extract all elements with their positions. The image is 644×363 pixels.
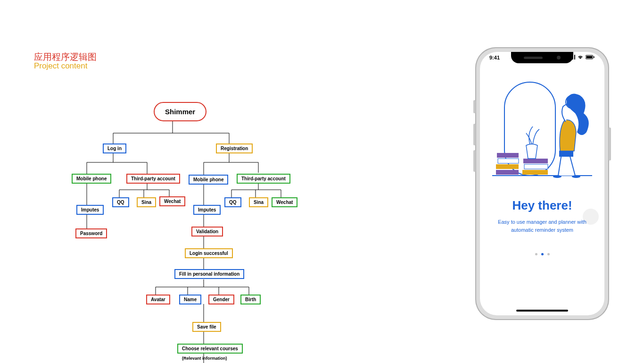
- svg-rect-47: [496, 164, 519, 169]
- node-avatar: Avatar: [146, 295, 170, 304]
- page-dot-1[interactable]: [541, 253, 544, 255]
- node-wechat-2: Wechat: [272, 197, 297, 207]
- node-gender: Gender: [208, 295, 234, 304]
- node-sina-1: Sina: [137, 197, 156, 207]
- svg-rect-50: [522, 170, 548, 175]
- status-time: 9:41: [489, 55, 500, 60]
- phone-mockup: 9:41: [475, 47, 609, 320]
- node-password: Password: [75, 228, 107, 238]
- node-third-party-reg: Third-party account: [237, 174, 290, 184]
- node-birth: Birth: [240, 295, 261, 304]
- node-name: Name: [179, 295, 201, 304]
- node-mobile-phone-reg: Mobile phone: [189, 175, 228, 185]
- node-fill-info: Fill in personal information: [174, 269, 244, 279]
- node-imputes-reg: Imputes: [193, 205, 221, 215]
- wifi-icon: [577, 55, 584, 60]
- svg-rect-38: [570, 57, 571, 59]
- node-validation: Validation: [191, 227, 223, 236]
- phone-side-button: [473, 100, 476, 113]
- phone-screen: 9:41: [480, 52, 604, 315]
- svg-rect-46: [496, 170, 519, 175]
- onboarding-illustration: [487, 76, 597, 180]
- svg-rect-52: [523, 159, 548, 163]
- node-registration: Registration: [216, 144, 253, 153]
- node-login-successful: Login successful: [185, 248, 233, 258]
- onboarding-subtitle: Easy to use manager and planner with aut…: [488, 218, 596, 234]
- flow-diagram: Shimmer Log in Registration Mobile phone…: [66, 99, 311, 363]
- node-imputes-login: Imputes: [76, 205, 104, 215]
- page-dot-2[interactable]: [547, 253, 550, 255]
- svg-rect-37: [569, 58, 570, 59]
- node-qq-1: QQ: [112, 197, 129, 207]
- node-qq-2: QQ: [224, 197, 241, 207]
- signal-icon: [569, 55, 575, 60]
- svg-rect-40: [574, 55, 575, 59]
- page-dot-0[interactable]: [535, 253, 537, 255]
- svg-rect-49: [497, 153, 519, 158]
- svg-rect-43: [594, 57, 594, 58]
- node-save-file: Save file: [192, 322, 221, 332]
- svg-point-55: [572, 175, 580, 178]
- phone-power-button: [609, 127, 611, 160]
- home-indicator[interactable]: [516, 310, 568, 312]
- onboarding-title: Hey there!: [480, 198, 604, 213]
- svg-point-54: [553, 175, 561, 178]
- svg-rect-48: [498, 159, 519, 163]
- node-login: Log in: [103, 144, 126, 153]
- battery-icon: [586, 55, 595, 60]
- svg-rect-39: [572, 56, 573, 59]
- page-indicator[interactable]: [480, 253, 604, 255]
- svg-rect-42: [586, 56, 593, 59]
- node-choose-courses: Choose relevant courses: [177, 344, 243, 354]
- diagram-footnote: (Relevant information): [182, 356, 227, 361]
- node-third-party-login: Third-party account: [126, 174, 180, 184]
- status-bar: 9:41: [480, 55, 604, 60]
- node-wechat-1: Wechat: [159, 196, 185, 206]
- node-mobile-phone-login: Mobile phone: [72, 174, 111, 184]
- phone-volume-down: [473, 150, 476, 172]
- title-english: Project content: [34, 61, 87, 71]
- phone-volume-up: [473, 124, 476, 145]
- node-root: Shimmer: [154, 102, 206, 121]
- svg-rect-51: [524, 164, 548, 169]
- node-sina-2: Sina: [249, 197, 268, 207]
